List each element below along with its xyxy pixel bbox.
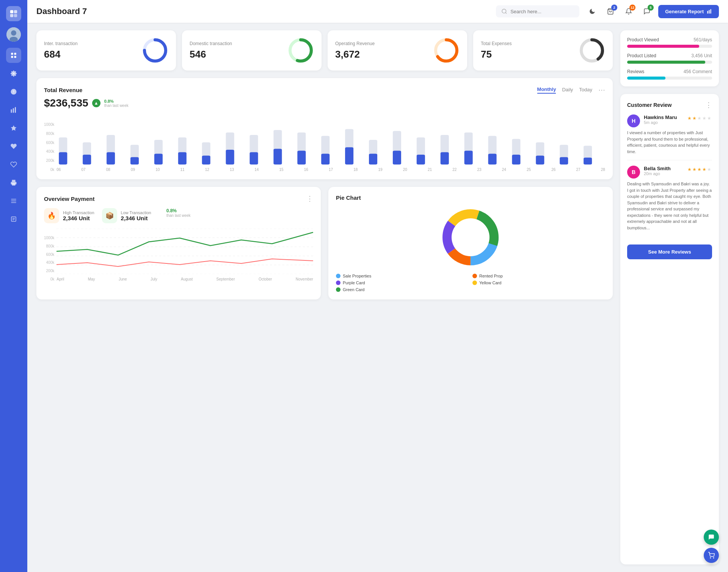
revenue-up-arrow: ▲ (92, 99, 100, 107)
svg-rect-13 (13, 108, 14, 113)
transaction-boxes: 🔥 High Transaction 2,346 Unit 📦 Low Tran… (44, 208, 313, 223)
payment-more-icon[interactable]: ⋮ (306, 194, 313, 203)
sidebar-item-info[interactable] (6, 84, 21, 99)
legend-dot-rented (472, 274, 477, 278)
stat-card-domestic-transaction: Domestic transaction 546 (182, 30, 322, 71)
sidebar-item-likes[interactable] (6, 139, 21, 154)
review-top-0: H Hawkins Maru 5m ago ★★★★★ (627, 114, 712, 127)
svg-rect-0 (10, 10, 13, 13)
review-meta-0: Hawkins Maru 5m ago (644, 114, 677, 127)
tab-daily[interactable]: Daily (562, 87, 573, 93)
svg-point-94 (452, 218, 490, 256)
metric-label-2: Reviews (627, 69, 644, 74)
svg-rect-14 (15, 107, 16, 113)
sidebar-item-print[interactable] (6, 175, 21, 190)
metric-header-1: Product Listed 3,456 Unit (627, 53, 712, 58)
stars-1: ★★★★★ (687, 166, 712, 179)
float-cart-button[interactable] (704, 548, 719, 563)
revenue-change: 0.8% than last week (104, 99, 129, 108)
chart-x-labels: 0607080910111213141516171819202122232425… (56, 168, 605, 172)
metric-label-1: Product Listed (627, 53, 656, 58)
metric-header-0: Product Viewed 561/days (627, 37, 712, 42)
legend-sale-properties: Sale Properties (336, 274, 469, 278)
svg-rect-64 (369, 154, 377, 165)
reviews-header: Customer Review ⋮ (627, 101, 712, 109)
tab-monthly[interactable]: Monthly (537, 86, 556, 94)
generate-report-button[interactable]: Generate Report (658, 5, 719, 18)
svg-rect-52 (226, 150, 234, 165)
svg-rect-70 (441, 152, 449, 165)
high-trans-label: High Transaction (63, 210, 94, 215)
revenue-desc: than last week (104, 103, 129, 108)
metric-label-0: Product Viewed (627, 37, 659, 42)
sidebar-item-favorites[interactable] (6, 121, 21, 136)
svg-rect-74 (488, 154, 497, 165)
high-transaction-box: 🔥 High Transaction 2,346 Unit (44, 208, 94, 223)
progress-bar-2 (627, 77, 712, 80)
sidebar-item-reports[interactable] (6, 212, 21, 227)
svg-rect-38 (59, 152, 67, 165)
y-label-4: 200k (44, 158, 54, 163)
svg-line-24 (505, 13, 507, 14)
metric-header-2: Reviews 456 Comment (627, 69, 712, 74)
stat-cards: Inter. transaction 684 Domestic transact… (36, 30, 613, 71)
progress-fill-1 (627, 61, 705, 64)
pie-card: Pie Chart (328, 187, 613, 299)
user-avatar[interactable] (6, 27, 21, 42)
payment-pct: 0.8% (166, 208, 191, 213)
dark-mode-toggle[interactable] (585, 5, 599, 18)
y-label-2: 600k (44, 141, 54, 145)
float-chat-button[interactable] (704, 530, 719, 545)
high-trans-value: 2,346 Unit (63, 215, 94, 221)
revenue-header: Total Revenue Monthly Daily Today ⋯ (44, 86, 605, 94)
legend-dot-purple (336, 281, 340, 285)
donut-1 (287, 37, 314, 64)
stat-card-total-expenses: Total Expenses 75 (473, 30, 613, 71)
sidebar-item-settings[interactable] (6, 66, 21, 81)
svg-rect-1 (14, 10, 17, 13)
svg-rect-78 (536, 156, 544, 165)
metric-value-0: 561/days (693, 37, 712, 42)
bell-icon-btn[interactable]: 12 (622, 5, 635, 18)
sidebar-logo (6, 6, 21, 21)
y-label-5: 0k (44, 168, 54, 172)
search-input[interactable] (510, 9, 571, 14)
payment-card: Overview Payment ⋮ 🔥 High Transaction 2,… (36, 187, 321, 299)
content-right: Product Viewed 561/days Product Listed 3… (620, 30, 719, 564)
reviews-more-icon[interactable]: ⋮ (705, 101, 712, 109)
revenue-more-icon[interactable]: ⋯ (598, 86, 605, 94)
review-top-1: B Bella Smith 20m ago ★★★★★ (627, 166, 712, 179)
sidebar-item-saved[interactable] (6, 157, 21, 172)
chat-icon-btn[interactable]: 5 (640, 5, 654, 18)
svg-rect-42 (107, 152, 115, 165)
reviewer-name-1: Bella Smith (644, 166, 671, 171)
progress-fill-0 (627, 45, 699, 48)
header: Dashboard 7 2 (27, 0, 728, 23)
svg-rect-16 (11, 199, 16, 200)
donut-2 (433, 37, 460, 64)
sidebar-item-dashboard[interactable] (6, 48, 21, 63)
main-content: Dashboard 7 2 (27, 0, 728, 572)
see-more-reviews-button[interactable]: See More Reviews (627, 244, 712, 259)
donut-0 (142, 37, 168, 64)
reviewer-name-0: Hawkins Maru (644, 114, 677, 120)
svg-rect-2 (10, 14, 13, 17)
metric-value-1: 3,456 Unit (691, 53, 712, 58)
legend-yellow-card: Yellow Card (472, 281, 605, 285)
tab-today[interactable]: Today (579, 87, 592, 93)
reviews-card: Customer Review ⋮ H Hawkins Maru 5m ago (620, 94, 719, 564)
search-box[interactable] (496, 5, 579, 17)
legend-label-yellow: Yellow Card (479, 281, 501, 285)
payment-title: Overview Payment (44, 196, 94, 202)
bell-badge: 12 (629, 5, 635, 11)
metric-product-listed: Product Listed 3,456 Unit (627, 53, 712, 64)
review-item-1: B Bella Smith 20m ago ★★★★★ Dealing with… (627, 166, 712, 236)
sidebar-item-menu[interactable] (6, 193, 21, 208)
svg-rect-8 (14, 53, 16, 55)
svg-rect-68 (417, 155, 425, 165)
legend-dot-green (336, 287, 340, 292)
sidebar-item-analytics[interactable] (6, 102, 21, 118)
svg-rect-10 (14, 56, 16, 58)
cart-icon-btn[interactable]: 2 (604, 5, 617, 18)
bottom-row: Overview Payment ⋮ 🔥 High Transaction 2,… (36, 187, 613, 299)
